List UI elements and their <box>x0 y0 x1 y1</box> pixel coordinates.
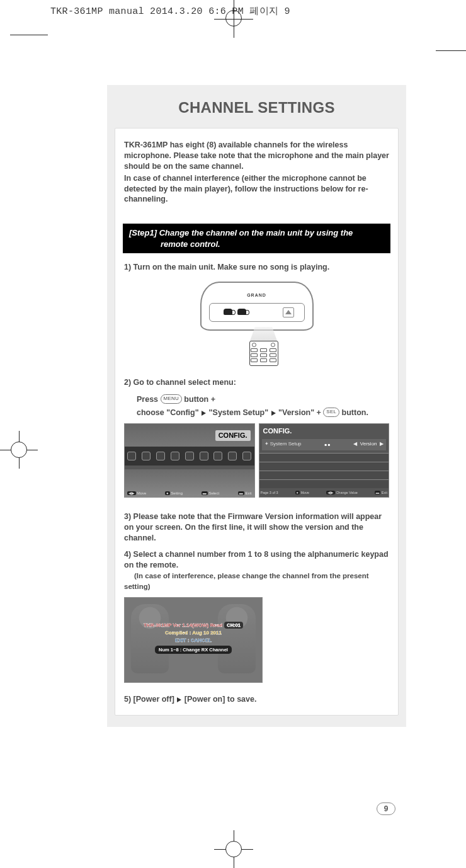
instruction-2b-post: button. <box>339 408 368 417</box>
system-setup-label: System Setup <box>270 441 302 447</box>
figure-config-screens: CONFIG. ◀▶ Move ● Setting ▬ Select <box>124 423 389 498</box>
page-number: 9 <box>377 802 395 815</box>
fw-channel-chip: CH:01 <box>224 622 243 629</box>
fw-version-line: TKR-361MP Ver 1.14(WOW) Read <box>144 622 222 628</box>
intro-paragraph-1: TKR-361MP has eight (8) available channe… <box>124 140 389 172</box>
instruction-5-post: [Power on] to save. <box>182 695 256 704</box>
instruction-2a: Press MENU button + <box>124 394 389 405</box>
crop-mark <box>225 10 242 26</box>
config-title: CONFIG. <box>263 426 292 436</box>
main-unit-brand: GRAND <box>207 292 307 297</box>
main-unit-panel <box>209 303 305 322</box>
print-header: TKR-361MP manual 2014.3.20 6:6 PM 페이지 9 <box>50 5 290 17</box>
screenshot-config-icons: CONFIG. ◀▶ Move ● Setting ▬ Select <box>124 423 255 498</box>
config-icon <box>142 452 151 460</box>
instruction-1: 1) Turn on the main unit. Make sure no s… <box>124 262 389 273</box>
figure-firmware-screen: TKR-361MP Ver 1.14(WOW) ReadCH:01 Compil… <box>124 597 263 683</box>
config-icon <box>127 452 136 460</box>
footer-exit: Exit <box>382 491 387 494</box>
eject-icon <box>283 307 294 317</box>
fw-compiled-line: Compiled : Aug 10 2011 <box>125 629 262 637</box>
config-icon <box>171 452 179 460</box>
instruction-2: 2) Go to channel select menu: <box>124 377 389 388</box>
config-icon <box>228 452 237 460</box>
crop-mark <box>436 50 466 51</box>
fw-change-channel-bar: Num 1~8 : Change RX Channel <box>155 646 232 654</box>
crop-mark <box>10 35 48 35</box>
intro-paragraph-2: In case of channel interference (either … <box>124 173 389 205</box>
footer-change: Change Value <box>336 491 357 494</box>
instruction-2a-post: button + <box>182 395 215 404</box>
config-icon <box>156 452 165 460</box>
instruction-4: 4) Select a channel number from 1 to 8 u… <box>124 549 389 571</box>
config-label: CONFIG. <box>215 430 251 441</box>
instruction-2b-pre: choose "Config" <box>137 408 201 417</box>
arrow-right-icon <box>177 697 181 702</box>
footer-select: Select <box>208 491 219 495</box>
arrow-right-icon <box>202 411 206 416</box>
fw-exit-line: EXIT : CANCEL <box>125 637 262 644</box>
config-icon <box>200 452 208 460</box>
instruction-2b-mid2: "Version" + <box>276 408 324 417</box>
content-card: TKR-361MP has eight (8) available channe… <box>115 128 399 716</box>
instruction-5-pre: 5) [Power off] <box>124 695 176 704</box>
arrow-right-icon <box>271 411 276 416</box>
footer-move: Move <box>300 491 309 494</box>
menu-button-icon: MENU <box>161 394 182 404</box>
config-icon <box>242 452 251 460</box>
instruction-2b-mid1: "System Setup" <box>207 408 270 417</box>
step1-banner: [Step1] Change the channel on the main u… <box>123 224 390 253</box>
version-label: Version <box>360 441 377 447</box>
instruction-2b: choose "Config" "System Setup" "Version"… <box>124 408 389 418</box>
footer-exit: Exit <box>245 491 251 495</box>
mic-icon <box>224 309 232 315</box>
instruction-4-note: (In case of interference, please change … <box>124 571 389 592</box>
remote-illustration <box>249 341 278 366</box>
crop-mark <box>225 841 242 857</box>
page-title: CHANNEL SETTINGS <box>107 85 406 128</box>
screenshot-config-list: CONFIG. ✦ System Setup ■ ■ ◀ Version ▶ P… <box>259 423 390 498</box>
instruction-2a-pre: Press <box>137 395 161 404</box>
page-content: CHANNEL SETTINGS TKR-361MP has eight (8)… <box>107 85 406 727</box>
footer-setting: Setting <box>171 491 183 495</box>
sel-button-icon: SEL <box>323 408 339 417</box>
instruction-3: 3) Please take note that the Firmware Ve… <box>124 511 389 544</box>
mic-icon <box>237 309 246 315</box>
instruction-5: 5) [Power off] [Power on] to save. <box>124 694 389 705</box>
config-icon <box>213 452 222 460</box>
step1-banner-line2: remote control. <box>129 239 384 250</box>
config-icon <box>185 452 194 460</box>
figure-main-unit: GRAND <box>188 278 326 366</box>
footer-move: Move <box>137 491 147 495</box>
crop-mark <box>11 442 27 458</box>
step1-banner-line1: [Step1] Change the channel on the main u… <box>129 228 353 237</box>
footer-page: Page 3 of 3 <box>261 491 278 495</box>
